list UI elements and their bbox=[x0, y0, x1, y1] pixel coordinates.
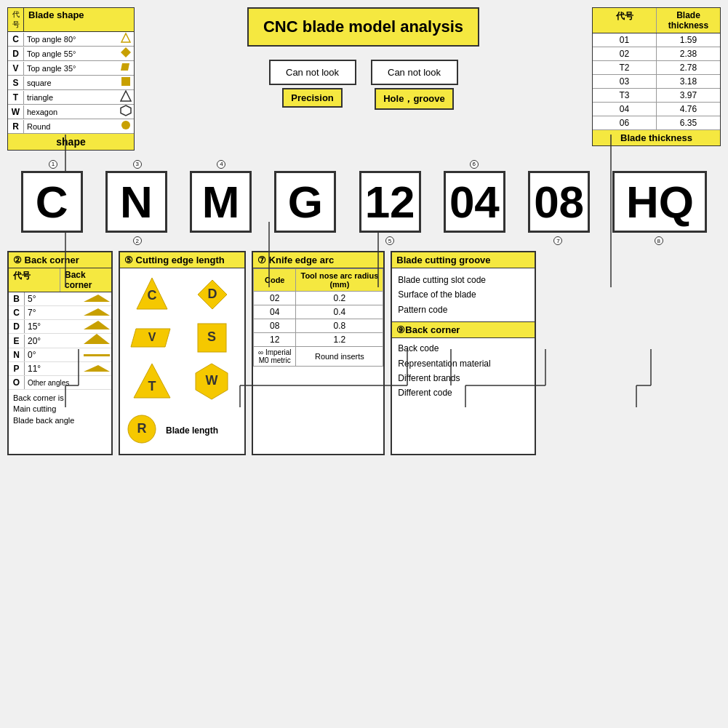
code-08: 08 bbox=[528, 171, 590, 233]
main-container: 代号 Blade shape C Top angle 80° D Top ang… bbox=[0, 0, 728, 728]
shape-d-item: D bbox=[186, 274, 239, 314]
blade-shape-footer: shape bbox=[8, 134, 134, 150]
num-below-8: 8 bbox=[612, 235, 706, 246]
cutting-edge-box: ⑤ Cutting edge length C D V S T W bbox=[119, 251, 246, 455]
hole-label: Hole，groove bbox=[375, 88, 454, 110]
back-corner-header: ② Back corner bbox=[9, 252, 111, 268]
code-m: M bbox=[190, 171, 252, 233]
svg-marker-24 bbox=[84, 295, 110, 302]
title-box: CNC blade model analysis bbox=[247, 7, 479, 47]
bc-row-e: E 20° bbox=[9, 334, 111, 348]
svg-rect-20 bbox=[121, 77, 130, 86]
svg-marker-25 bbox=[84, 308, 110, 316]
bc-row-c: C 7° bbox=[9, 306, 111, 320]
back-corner-box: ② Back corner 代号 Back corner B 5° C 7° D… bbox=[7, 251, 113, 455]
blade-shape-row-w: W hexagon bbox=[8, 105, 134, 119]
cutting-edge-header: ⑤ Cutting edge length bbox=[120, 252, 244, 268]
ke-row-imperial: ∞ ImperialM0 metric Round inserts bbox=[254, 347, 383, 367]
blade-thickness-header: 代号 Blade thickness bbox=[593, 8, 720, 33]
shape-w-item: W bbox=[186, 361, 239, 401]
blade-length-label: Blade length bbox=[166, 425, 218, 436]
num-3: 3 bbox=[106, 158, 168, 169]
bt-row-03: 033.18 bbox=[593, 75, 720, 89]
code-hq: HQ bbox=[612, 171, 707, 233]
bt-row-t3: T33.97 bbox=[593, 89, 720, 103]
svg-text:T: T bbox=[148, 379, 156, 393]
blade-groove-line1: Blade cutting slot code bbox=[398, 273, 529, 287]
code-n: N bbox=[105, 171, 167, 233]
blade-shape-row-r: R Round bbox=[8, 119, 134, 134]
blade-shape-table: 代号 Blade shape C Top angle 80° D Top ang… bbox=[7, 7, 135, 151]
bc9-line1: Back code bbox=[398, 341, 529, 356]
bt-row-t2: T22.78 bbox=[593, 61, 720, 75]
num-below-blank4 bbox=[443, 235, 505, 246]
bt-row-04: 044.76 bbox=[593, 103, 720, 116]
num-blank3 bbox=[527, 158, 589, 169]
bt-row-06: 066.35 bbox=[593, 116, 720, 130]
code-numbers-above: 1 3 4 6 bbox=[7, 158, 721, 169]
num-6: 6 bbox=[443, 158, 505, 169]
bc-row-b: B 5° bbox=[9, 292, 111, 306]
bc-row-d: D 15° bbox=[9, 320, 111, 334]
precision-section: Can not look Precision bbox=[269, 60, 356, 110]
precision-label: Precision bbox=[282, 88, 343, 108]
svg-marker-26 bbox=[84, 321, 110, 329]
blade-groove-box: Blade cutting groove Blade cutting slot … bbox=[391, 251, 536, 455]
num-below-blank1 bbox=[22, 235, 84, 246]
code-12: 12 bbox=[359, 171, 421, 233]
bc9-line2: Representation material bbox=[398, 356, 529, 371]
hole-section: Can not look Hole，groove bbox=[371, 60, 458, 110]
blade-shape-code-header: 代号 bbox=[8, 8, 24, 31]
cutting-edge-r-row: R Blade length bbox=[120, 407, 244, 454]
code-g: G bbox=[274, 171, 336, 233]
blade-shape-row-s: S square bbox=[8, 76, 134, 90]
blade-groove-line3: Pattern code bbox=[398, 303, 529, 317]
svg-marker-22 bbox=[121, 105, 131, 116]
knife-edge-box: ⑦ Knife edge arc Code Tool nose arc radi… bbox=[252, 251, 385, 455]
back-corner-sub-header: 代号 Back corner bbox=[9, 268, 111, 292]
svg-marker-17 bbox=[121, 33, 130, 42]
svg-point-23 bbox=[121, 121, 130, 129]
svg-marker-29 bbox=[84, 365, 110, 372]
precision-box: Can not look bbox=[269, 60, 356, 85]
ke-row-08: 080.8 bbox=[254, 319, 383, 333]
bc9-line4: Different code bbox=[398, 385, 529, 400]
bt-row-01: 011.59 bbox=[593, 33, 720, 47]
bc9-line3: Different brands bbox=[398, 371, 529, 385]
num-below-blank2 bbox=[191, 235, 252, 246]
num-blank1 bbox=[275, 158, 337, 169]
shape-t-item: T bbox=[126, 361, 179, 401]
num-4: 4 bbox=[191, 158, 252, 169]
bt-rows: 011.59 022.38 T22.78 033.18 T33.97 044.7… bbox=[593, 33, 720, 130]
top-section: 代号 Blade shape C Top angle 80° D Top ang… bbox=[7, 7, 721, 151]
blade-thickness-table: 代号 Blade thickness 011.59 022.38 T22.78 … bbox=[592, 7, 721, 146]
shape-v-item: V bbox=[126, 321, 179, 354]
svg-marker-18 bbox=[121, 47, 131, 57]
svg-marker-27 bbox=[84, 334, 110, 344]
num-below-blank3 bbox=[275, 235, 337, 246]
blade-groove-line2: Surface of the blade bbox=[398, 287, 529, 302]
ke-col1-header: Code bbox=[254, 269, 296, 292]
svg-marker-19 bbox=[121, 63, 129, 71]
ke-row-12: 121.2 bbox=[254, 333, 383, 347]
num-1: 1 bbox=[22, 158, 84, 169]
code-letters: C N M G 12 04 08 HQ bbox=[7, 171, 721, 233]
svg-text:D: D bbox=[207, 287, 217, 301]
blade-thickness-footer: Blade thickness bbox=[593, 130, 720, 145]
knife-edge-table: Code Tool nose arc radius(mm) 020.2 040.… bbox=[253, 268, 383, 367]
svg-text:V: V bbox=[148, 331, 156, 343]
num-blank2 bbox=[359, 158, 420, 169]
num-below-5: 5 bbox=[359, 235, 420, 246]
bc-row-o: O Other angles bbox=[9, 376, 111, 390]
ke-col2-header: Tool nose arc radius(mm) bbox=[296, 269, 383, 292]
svg-text:S: S bbox=[207, 329, 216, 344]
ke-row-02: 020.2 bbox=[254, 292, 383, 305]
cutting-edge-grid: C D V S T W bbox=[120, 268, 244, 407]
shape-c-item: C bbox=[126, 274, 179, 314]
back-corner-9-header: ⑨Back corner bbox=[392, 321, 535, 338]
bc-row-p: P 11° bbox=[9, 362, 111, 376]
back-corner-footer: Back corner isMain cuttingBlade back ang… bbox=[9, 390, 111, 429]
blade-shape-label-header: Blade shape bbox=[24, 8, 89, 31]
center-section: CNC blade model analysis Can not look Pr… bbox=[140, 7, 586, 110]
svg-marker-21 bbox=[121, 91, 131, 101]
